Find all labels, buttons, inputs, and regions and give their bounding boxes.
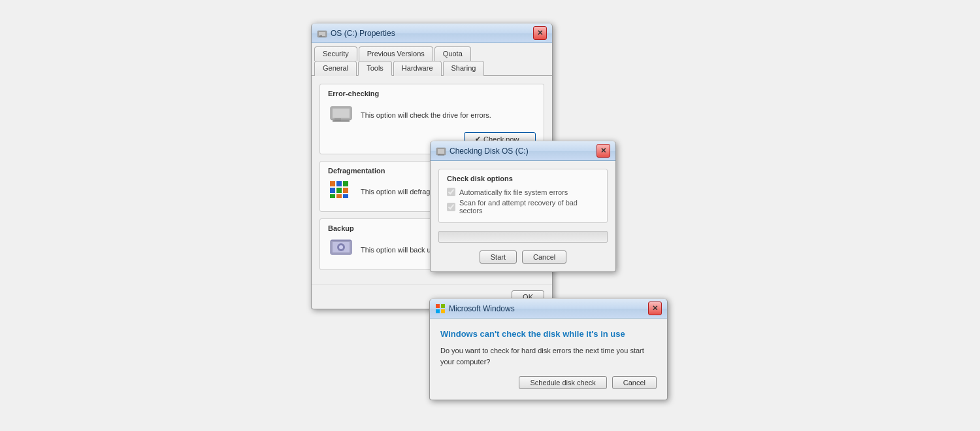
svg-rect-10 — [343, 181, 348, 186]
checking-disk-dialog: Checking Disk OS (C:) ✕ Check disk optio… — [430, 141, 616, 272]
progress-bar-container — [438, 231, 608, 243]
error-checking-icon — [328, 103, 354, 127]
ms-windows-title-icon — [435, 303, 446, 314]
close-icon: ✕ — [652, 304, 658, 313]
ms-windows-title: Microsoft Windows — [449, 304, 648, 313]
svg-rect-22 — [438, 149, 444, 154]
checking-disk-content: Check disk options Automatically fix fil… — [431, 161, 615, 271]
svg-rect-3 — [319, 37, 325, 37]
defragmentation-icon — [328, 180, 354, 203]
check-option-2: Scan for and attempt recovery of bad sec… — [447, 199, 599, 215]
check-option-1: Automatically fix file system errors — [447, 188, 599, 196]
error-checking-title: Error-checking — [328, 90, 536, 97]
svg-rect-13 — [343, 188, 348, 193]
os-properties-titlebar: OS (C:) Properties ✕ — [312, 24, 552, 43]
tab-bar-container: Security Previous Versions Quota General… — [312, 43, 552, 76]
checking-disk-titlebar: Checking Disk OS (C:) ✕ — [431, 141, 615, 161]
os-properties-title: OS (C:) Properties — [331, 29, 533, 38]
svg-rect-27 — [436, 309, 440, 313]
tab-row-2: General Tools Hardware Sharing — [312, 60, 552, 76]
svg-rect-5 — [333, 109, 350, 118]
svg-rect-25 — [436, 304, 440, 308]
svg-rect-14 — [330, 194, 335, 198]
option1-checkbox[interactable] — [447, 188, 455, 196]
checking-disk-title: Checking Disk OS (C:) — [449, 147, 596, 156]
error-checking-description: This option will check the drive for err… — [361, 111, 536, 119]
svg-rect-11 — [330, 188, 335, 193]
svg-rect-12 — [336, 188, 342, 193]
svg-rect-8 — [330, 181, 335, 186]
start-button[interactable]: Start — [480, 250, 517, 264]
os-properties-title-icon — [317, 28, 327, 39]
ms-cancel-button[interactable]: Cancel — [612, 376, 657, 389]
ms-dialog-footer: Schedule disk check Cancel — [440, 376, 657, 389]
svg-point-20 — [339, 245, 343, 249]
ms-dialog-text: Do you want to check for hard disk error… — [440, 345, 657, 367]
svg-rect-2 — [319, 35, 322, 37]
check-options-group: Check disk options Automatically fix fil… — [438, 169, 608, 223]
close-icon: ✕ — [537, 29, 543, 37]
tab-quota[interactable]: Quota — [434, 46, 471, 61]
svg-rect-7 — [333, 120, 350, 122]
check-disk-footer: Start Cancel — [438, 250, 608, 264]
svg-rect-15 — [336, 194, 342, 198]
checking-disk-close-button[interactable]: ✕ — [596, 144, 610, 158]
ms-windows-titlebar: Microsoft Windows ✕ — [430, 299, 667, 319]
svg-rect-23 — [438, 154, 440, 155]
ms-dialog-title: Windows can't check the disk while it's … — [440, 329, 657, 339]
tab-previous-versions[interactable]: Previous Versions — [359, 46, 433, 61]
svg-rect-6 — [335, 118, 341, 120]
option1-label: Automatically fix file system errors — [459, 188, 568, 196]
svg-rect-26 — [441, 304, 445, 308]
tab-general[interactable]: General — [314, 61, 357, 76]
tab-row-1: Security Previous Versions Quota — [312, 43, 552, 60]
svg-rect-24 — [438, 154, 444, 155]
tab-tools[interactable]: Tools — [358, 61, 392, 76]
schedule-disk-check-button[interactable]: Schedule disk check — [519, 376, 606, 389]
check-options-title: Check disk options — [447, 175, 599, 182]
error-checking-content: This option will check the drive for err… — [328, 103, 536, 127]
ms-dialog-content: Windows can't check the disk while it's … — [430, 319, 667, 400]
checking-disk-title-icon — [436, 146, 446, 156]
svg-rect-9 — [336, 181, 342, 186]
option2-checkbox[interactable] — [447, 203, 455, 211]
tab-sharing[interactable]: Sharing — [443, 61, 485, 76]
ms-windows-close-button[interactable]: ✕ — [648, 302, 662, 315]
svg-rect-28 — [441, 309, 445, 313]
tab-security[interactable]: Security — [314, 46, 357, 61]
option2-label: Scan for and attempt recovery of bad sec… — [459, 199, 599, 215]
tab-hardware[interactable]: Hardware — [393, 61, 442, 76]
microsoft-windows-dialog: Microsoft Windows ✕ Windows can't check … — [429, 298, 668, 400]
svg-rect-16 — [343, 194, 348, 198]
close-icon: ✕ — [600, 147, 606, 155]
os-properties-close-button[interactable]: ✕ — [533, 26, 547, 40]
backup-icon — [328, 237, 354, 262]
cancel-button[interactable]: Cancel — [522, 250, 566, 264]
